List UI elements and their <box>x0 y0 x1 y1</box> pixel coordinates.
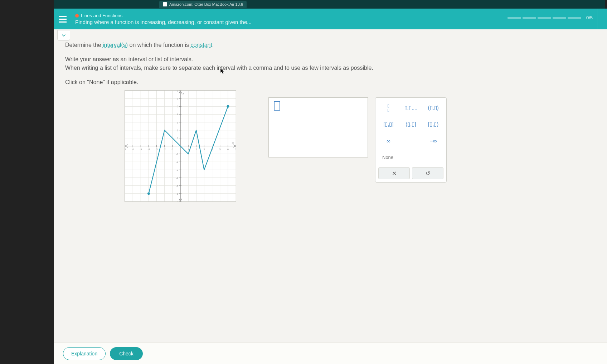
closed-open-interval-button[interactable]: [▯,▯) <box>423 117 443 131</box>
browser-tab[interactable]: Amazon.com: Otter Box MacBook Air 13.6 <box>159 1 247 8</box>
explanation-button[interactable]: Explanation <box>63 347 106 360</box>
topic-label: Lines and Functions <box>81 13 122 18</box>
svg-text:-6: -6 <box>176 193 178 195</box>
amazon-favicon-icon <box>163 2 167 6</box>
browser-tab-title: Amazon.com: Otter Box MacBook Air 13.6 <box>169 2 243 6</box>
svg-text:-3: -3 <box>155 148 157 151</box>
svg-text:x: x <box>232 141 234 145</box>
svg-text:-2: -2 <box>176 161 178 163</box>
menu-icon[interactable] <box>59 14 69 24</box>
check-button[interactable]: Check <box>110 347 143 360</box>
svg-point-91 <box>227 105 229 108</box>
svg-text:2: 2 <box>195 148 197 151</box>
chevron-down-icon <box>61 33 67 38</box>
svg-text:-4: -4 <box>147 148 150 151</box>
svg-text:y: y <box>183 92 184 95</box>
svg-text:-1: -1 <box>171 148 174 151</box>
none-button[interactable]: None <box>378 150 443 164</box>
answer-input[interactable] <box>268 97 368 157</box>
svg-text:-1: -1 <box>176 153 178 155</box>
svg-text:6: 6 <box>227 148 229 151</box>
constant-link[interactable]: constant <box>190 42 212 48</box>
svg-text:1: 1 <box>188 148 189 151</box>
svg-text:3: 3 <box>203 148 205 151</box>
open-closed-interval-button[interactable]: (▯,▯] <box>401 117 421 131</box>
progress-bar <box>508 17 581 19</box>
function-graph: -7-6-5-4-3-2-11234567-7-6-5-4-3-2-112345… <box>125 90 236 202</box>
svg-text:-6: -6 <box>132 148 134 151</box>
page-title: Finding where a function is increasing, … <box>75 19 252 25</box>
undo-button[interactable]: ↺ <box>412 167 443 179</box>
list-button[interactable]: ▯,▯,... <box>401 101 421 115</box>
svg-text:-5: -5 <box>176 185 178 187</box>
bottom-bar: Explanation Check <box>54 343 607 364</box>
svg-text:-7: -7 <box>176 200 178 202</box>
svg-text:2: 2 <box>177 129 178 132</box>
clear-button[interactable]: ✕ <box>378 167 410 179</box>
score-label: 0/5 <box>586 15 593 20</box>
input-cursor-icon <box>274 101 280 111</box>
svg-text:-3: -3 <box>176 169 178 171</box>
progress-area: 0/5 <box>508 15 593 20</box>
svg-text:1: 1 <box>177 137 178 140</box>
svg-text:7: 7 <box>177 91 178 92</box>
svg-text:5: 5 <box>177 105 178 108</box>
svg-text:-7: -7 <box>125 148 126 151</box>
status-dot-icon <box>75 14 79 18</box>
math-palette: ▯▯ ▯,▯,... (▯,▯) [▯,▯] (▯,▯] [▯,▯) ∞ −∞ … <box>375 97 447 183</box>
content-area: Determine the interval(s) on which the f… <box>54 29 607 364</box>
svg-text:3: 3 <box>177 121 178 124</box>
question-text: Determine the interval(s) on which the f… <box>65 41 495 92</box>
svg-text:-5: -5 <box>140 148 142 151</box>
svg-text:6: 6 <box>177 97 178 100</box>
svg-point-90 <box>147 192 150 195</box>
svg-text:7: 7 <box>235 148 236 151</box>
open-open-interval-button[interactable]: (▯,▯) <box>423 101 443 115</box>
svg-text:4: 4 <box>177 113 178 116</box>
svg-text:5: 5 <box>219 148 221 151</box>
header-right-button[interactable] <box>597 9 607 29</box>
topic-line: Lines and Functions <box>75 13 252 18</box>
collapse-button[interactable] <box>57 30 70 41</box>
browser-tab-bar: Amazon.com: Otter Box MacBook Air 13.6 <box>54 0 605 9</box>
infinity-button[interactable]: ∞ <box>378 134 399 148</box>
interval-link[interactable]: interval(s) <box>103 42 128 48</box>
fraction-button[interactable]: ▯▯ <box>378 101 399 115</box>
closed-closed-interval-button[interactable]: [▯,▯] <box>378 117 399 131</box>
svg-text:-4: -4 <box>176 177 178 179</box>
app-header: Lines and Functions Finding where a func… <box>54 9 607 29</box>
svg-text:-2: -2 <box>164 148 166 151</box>
neg-infinity-button[interactable]: −∞ <box>423 134 443 148</box>
